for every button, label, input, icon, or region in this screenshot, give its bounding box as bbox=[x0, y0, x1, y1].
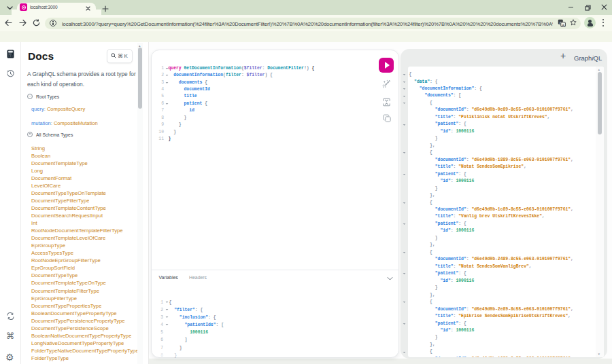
svg-text:A: A bbox=[562, 23, 564, 27]
